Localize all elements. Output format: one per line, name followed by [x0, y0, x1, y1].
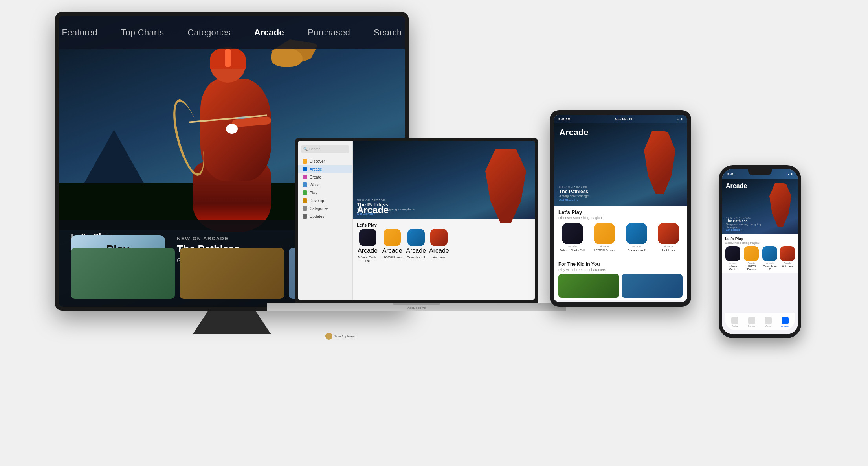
ipad-kid-sub: Play with three odd characters — [558, 268, 683, 272]
iphone-arcade-badge-2: Arcade — [748, 262, 755, 264]
macbook-game-item-3[interactable]: Arcade Oceanhorn 2 — [406, 229, 426, 263]
macbook-base: MacBook Air — [267, 303, 566, 311]
iphone-notch-bar: 9:41 ▲ ▮ — [722, 169, 798, 179]
macbook-get-started[interactable]: Get Started > — [357, 212, 415, 216]
ipad-for-kid-section: For The Kid In You Play with three odd c… — [554, 259, 687, 300]
iphone-game-item-3[interactable]: Arcade Oceanhorn 2 — [762, 246, 778, 271]
play-icon — [303, 190, 307, 195]
tv-nav-purchased[interactable]: Purchased — [308, 28, 350, 38]
ipad-game-name-3: Oceanhorn 2 — [628, 249, 646, 252]
work-icon — [303, 182, 307, 187]
archer-helmet — [210, 47, 246, 69]
arcade-badge-4: Arcade — [429, 247, 449, 254]
scene: Featured Top Charts Categories Arcade Pu… — [0, 0, 868, 466]
ipad-hero-game-title: The Pathless — [559, 189, 589, 194]
iphone-tab-arcade[interactable]: Arcade — [781, 317, 789, 327]
macbook-device: 🔍 Search Discover Arcade Create — [267, 138, 566, 342]
macbook-game-icon-lego — [384, 229, 401, 246]
ipad-arcade-badge-3: Arcade — [632, 245, 641, 248]
ipad-time: 9:41 AM — [558, 118, 570, 121]
ipad-game-icon-lava — [658, 223, 679, 244]
ipad-game-item-1[interactable]: Arcade Where Cards Fall — [558, 223, 587, 252]
iphone-tab-games[interactable]: Games — [748, 317, 755, 327]
ipad-game-icon-ocean — [626, 223, 647, 244]
iphone-game-icon-3 — [762, 246, 777, 261]
iphone-frame: 9:41 ▲ ▮ Arcade NEW ON ARCADE The Pathle… — [719, 165, 801, 338]
macbook-model-label: MacBook Air — [267, 306, 566, 309]
iphone-status-icons: ▲ ▮ — [787, 173, 793, 176]
apps-tab-icon — [765, 317, 772, 324]
ipad-date: Mon Mar 25 — [615, 118, 632, 121]
iphone-game-name-4: Hot Lava — [782, 265, 793, 268]
tv-game-label: NEW ON ARCADE — [177, 236, 264, 241]
iphone-time: 9:41 — [727, 173, 734, 176]
ipad-hero-info: NEW ON ARCADE The Pathless A story about… — [559, 186, 589, 202]
tv-thumb-1[interactable] — [71, 248, 175, 299]
create-icon — [303, 175, 307, 179]
macbook-nav-work[interactable]: Work — [298, 181, 352, 189]
macbook-game-row: Arcade Where Cards Fall Arcade LEGO® Bra… — [353, 229, 535, 263]
categories-icon — [303, 206, 307, 211]
iphone-hero: Arcade NEW ON ARCADE The Pathless Gorgeo… — [722, 179, 798, 234]
iphone-game-item-2[interactable]: Arcade LEGO® Brawls — [743, 246, 760, 271]
ipad-game-icon-lego — [594, 223, 615, 244]
iphone-tab-apps[interactable]: Apps — [765, 317, 772, 327]
tv-nav-top-charts[interactable]: Top Charts — [121, 28, 164, 38]
iphone-game-icon-1 — [725, 246, 740, 261]
macbook-nav-play[interactable]: Play — [298, 189, 352, 197]
macbook-game-item-2[interactable]: Arcade LEGO® Brawls — [382, 229, 403, 263]
iphone-game-item-4[interactable]: Arcade Hot Lava — [780, 246, 795, 271]
ipad-arcade-badge-2: Arcade — [600, 245, 609, 248]
macbook-nav-categories[interactable]: Categories — [298, 204, 352, 212]
iphone-tab-arcade-label: Arcade — [781, 325, 789, 327]
tv-nav-search[interactable]: Search — [374, 28, 402, 38]
ipad-hero: Arcade NEW ON ARCADE The Pathless A stor… — [554, 123, 687, 206]
ipad-kid-thumbnails — [558, 274, 683, 298]
macbook-game-item-1[interactable]: Arcade Where Cards Fall — [357, 229, 378, 263]
tv-stand — [193, 311, 271, 334]
iphone-arcade-title: Arcade — [726, 182, 747, 190]
macbook-nav-arcade[interactable]: Arcade — [298, 165, 352, 173]
ipad-get-started[interactable]: Get Started > — [559, 199, 589, 202]
iphone-tab-today-label: Today — [732, 325, 738, 327]
iphone-notch — [748, 169, 772, 175]
iphone-game-icon-2 — [744, 246, 759, 261]
ipad-kid-thumb-1[interactable] — [558, 274, 619, 298]
iphone-game-name-1: Where Cards — [725, 265, 741, 271]
ipad-game-icon-where-cards — [562, 223, 583, 244]
iphone-game-item-1[interactable]: Arcade Where Cards — [725, 246, 741, 271]
tv-nav-categories[interactable]: Categories — [187, 28, 230, 38]
macbook-nav-create[interactable]: Create — [298, 173, 352, 181]
iphone-get-started[interactable]: Get Started > — [726, 228, 773, 231]
macbook-nav-discover[interactable]: Discover — [298, 157, 352, 165]
iphone-wifi-icon: ▲ — [787, 173, 790, 176]
ipad-game-item-4[interactable]: Arcade Hot Lava — [655, 223, 683, 252]
develop-icon — [303, 198, 307, 203]
discover-icon — [303, 159, 307, 164]
arcade-icon — [303, 167, 307, 171]
macbook-game-item-4[interactable]: Arcade Hot Lava — [429, 229, 449, 263]
iphone-tab-bar: Today Games Apps Arcade — [725, 313, 795, 330]
tv-nav-arcade[interactable]: Arcade — [254, 28, 284, 38]
tv-navigation: Featured Top Charts Categories Arcade Pu… — [59, 16, 405, 49]
iphone-tab-today[interactable]: Today — [731, 317, 738, 327]
search-icon: 🔍 — [303, 147, 308, 151]
ipad-game-item-3[interactable]: Arcade Oceanhorn 2 — [622, 223, 651, 252]
macbook-search-box[interactable]: 🔍 Search — [301, 145, 349, 153]
macbook-nav-develop[interactable]: Develop — [298, 197, 352, 204]
ipad-arcade-badge-1: Arcade — [568, 245, 577, 248]
ipad-archer-body — [640, 131, 679, 194]
ipad-lets-play-sub: Discover something magical — [558, 216, 683, 220]
macbook-hero: Arcade NEW ON ARCADE The Pathless Gorgeo… — [353, 141, 535, 219]
iphone-game-name-2: LEGO® Brawls — [743, 265, 760, 271]
macbook-game-name-4: Hot Lava — [433, 256, 445, 259]
macbook-game-name-1: Where Cards Fall — [357, 256, 378, 263]
tv-nav-featured[interactable]: Featured — [62, 28, 97, 38]
ipad-kid-thumb-2[interactable] — [622, 274, 683, 298]
archer-glove — [226, 124, 238, 134]
arcade-badge-1: Arcade — [358, 247, 378, 254]
ipad-game-row: Arcade Where Cards Fall Arcade LEGO® Bra… — [558, 223, 683, 252]
iphone-tab-apps-label: Apps — [765, 325, 771, 327]
ipad-game-item-2[interactable]: Arcade LEGO® Brawls — [591, 223, 619, 252]
macbook-nav-updates[interactable]: Updates — [298, 212, 352, 220]
